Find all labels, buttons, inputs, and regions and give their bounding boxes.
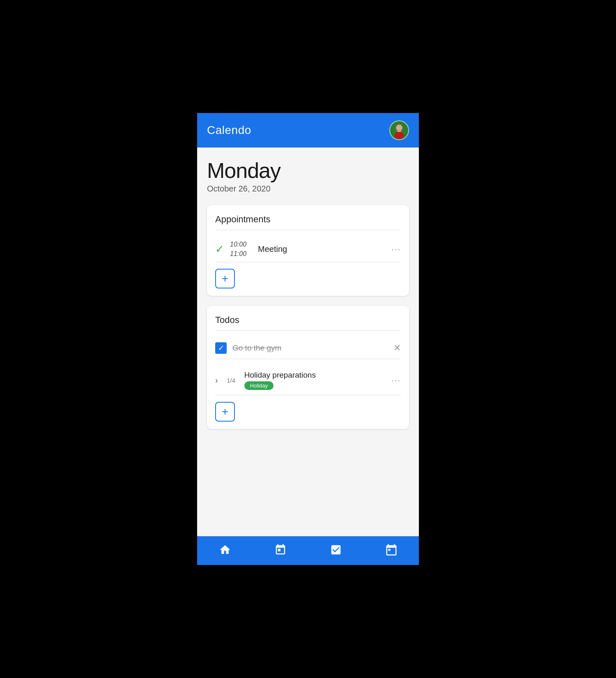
- appt-end-time: 11:00: [230, 249, 246, 258]
- avatar-image: [390, 121, 408, 139]
- calendar-icon: [385, 544, 398, 556]
- add-appointment-button[interactable]: +: [215, 269, 235, 288]
- todo-title-holiday: Holiday preparations: [244, 371, 386, 380]
- appointments-bottom-divider: [215, 262, 401, 262]
- appointment-time: 10:00 11:00: [230, 240, 252, 258]
- todo-tag-holiday[interactable]: Holiday: [244, 381, 274, 390]
- checkbox-icon: [330, 544, 342, 556]
- appointment-item[interactable]: ✓ 10:00 11:00 Meeting ···: [215, 237, 401, 262]
- date-string: October 26, 2020: [207, 184, 409, 194]
- todo-delete-icon[interactable]: ✕: [393, 343, 401, 353]
- app-title: Calendo: [207, 124, 251, 137]
- nav-list-button[interactable]: [268, 542, 293, 558]
- home-icon: [219, 544, 231, 556]
- nav-calendar-button[interactable]: [379, 542, 404, 558]
- todo-progress: 1/4: [224, 377, 239, 384]
- nav-home-button[interactable]: [212, 542, 238, 558]
- appointment-more-icon[interactable]: ···: [391, 244, 401, 254]
- todo-info: Holiday preparations Holiday: [244, 371, 386, 390]
- appointment-name: Meeting: [258, 244, 386, 254]
- check-icon: ✓: [215, 243, 224, 256]
- todo-item-2[interactable]: › 1/4 Holiday preparations Holiday ···: [215, 366, 401, 395]
- avatar[interactable]: [389, 120, 409, 140]
- svg-point-2: [394, 132, 404, 139]
- checkbox-check-mark: ✓: [218, 344, 224, 353]
- phone-frame: Calendo Monday October 26, 2020 Appointm…: [197, 113, 419, 565]
- day-name: Monday: [207, 159, 409, 182]
- todos-title: Todos: [215, 315, 401, 325]
- todo-divider-2: [215, 395, 401, 395]
- nav-todos-button[interactable]: [323, 542, 349, 558]
- main-content: Monday October 26, 2020 Appointments ✓ 1…: [197, 148, 419, 536]
- todos-card: Todos ✓ Go to the gym ✕ › 1/4 Holiday pr…: [207, 306, 409, 429]
- appt-start-time: 10:00: [230, 240, 246, 249]
- appointments-divider: [215, 230, 401, 230]
- add-todo-button[interactable]: +: [215, 402, 235, 422]
- add-appointment-icon: +: [222, 273, 228, 284]
- calendar-list-icon: [274, 544, 287, 556]
- todos-divider: [215, 330, 401, 331]
- todo-divider-1: [215, 359, 401, 359]
- appointments-card: Appointments ✓ 10:00 11:00 Meeting ··· +: [207, 205, 409, 296]
- todo-item-1[interactable]: ✓ Go to the gym ✕: [215, 337, 401, 359]
- todo-text-gym: Go to the gym: [232, 344, 388, 353]
- appointments-title: Appointments: [215, 214, 401, 225]
- add-todo-icon: +: [222, 406, 228, 417]
- bottom-nav: [197, 536, 419, 565]
- app-header: Calendo: [197, 113, 419, 148]
- svg-point-3: [396, 125, 402, 131]
- chevron-right-icon: ›: [215, 376, 218, 385]
- todo-checkbox-checked[interactable]: ✓: [215, 342, 227, 354]
- todo-more-icon[interactable]: ···: [391, 376, 401, 385]
